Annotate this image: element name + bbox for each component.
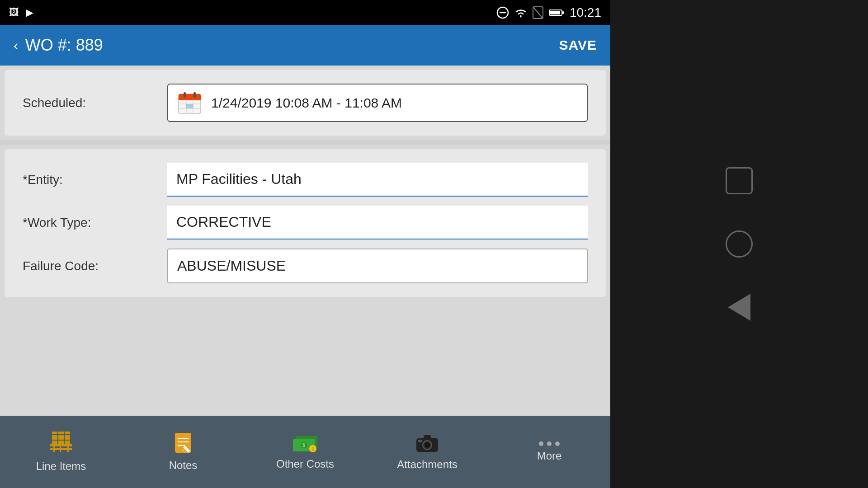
tab-other-costs[interactable]: $ $ $ Other Costs (244, 429, 366, 475)
svg-rect-50 (418, 440, 422, 442)
tab-line-items-label: Line Items (36, 460, 86, 473)
status-bar-right-icons: 10:21 (496, 5, 601, 20)
money-icon: $ $ $ (292, 433, 318, 454)
tab-notes-label: Notes (169, 459, 198, 472)
more-icon (539, 441, 560, 446)
notes-icon (172, 432, 194, 455)
svg-rect-24 (65, 435, 70, 440)
work-type-value: CORRECTIVE (176, 214, 271, 230)
svg-rect-6 (562, 11, 564, 14)
scheduled-date-value: 1/24/2019 10:08 AM - 11:08 AM (211, 95, 402, 111)
entity-section: *Entity: MP Facilities - Utah *Work Type… (5, 149, 606, 297)
status-bar-left-icons: 🖼 ▶ (9, 7, 33, 19)
svg-text:$: $ (302, 442, 306, 449)
failure-code-value: ABUSE/MISUSE (177, 258, 286, 274)
svg-rect-9 (179, 98, 201, 100)
camera-svg-icon (415, 433, 439, 453)
scheduled-section: Scheduled: (5, 70, 606, 136)
status-bar: 🖼 ▶ (0, 0, 610, 25)
failure-code-row: Failure Code: ABUSE/MISUSE (23, 249, 588, 283)
save-button[interactable]: SAVE (559, 38, 597, 53)
svg-point-48 (426, 444, 429, 446)
main-content: Scheduled: (0, 66, 610, 416)
home-button[interactable] (726, 230, 753, 258)
bottom-tab-bar: Line Items Notes (0, 416, 610, 488)
entity-label: *Entity: (23, 173, 167, 187)
money-svg-icon: $ $ $ (292, 433, 318, 452)
work-type-input[interactable]: CORRECTIVE (167, 206, 588, 239)
camera-icon (415, 433, 439, 455)
svg-rect-16 (186, 104, 193, 108)
scheduled-row: Scheduled: (23, 84, 588, 122)
svg-rect-27 (65, 432, 70, 434)
svg-rect-23 (58, 435, 64, 440)
device-screen: 🖼 ▶ (0, 0, 610, 488)
top-nav-bar: ‹ WO #: 889 SAVE (0, 25, 610, 66)
scheduled-date-input[interactable]: 1/24/2019 10:08 AM - 11:08 AM (167, 84, 588, 122)
svg-rect-25 (52, 432, 57, 434)
svg-rect-26 (58, 432, 64, 434)
tab-notes[interactable]: Notes (122, 427, 244, 476)
svg-rect-29 (60, 446, 61, 452)
work-type-label: *Work Type: (23, 216, 167, 230)
tab-line-items[interactable]: Line Items (0, 427, 122, 477)
line-items-icon (50, 432, 72, 452)
tab-more[interactable]: More (488, 437, 610, 467)
svg-rect-30 (67, 446, 69, 452)
photo-icon: 🖼 (9, 7, 19, 19)
entity-row: *Entity: MP Facilities - Utah (23, 163, 588, 197)
svg-rect-22 (52, 435, 57, 440)
wifi-icon (514, 8, 527, 18)
dnd-icon (496, 6, 509, 19)
svg-rect-49 (424, 435, 431, 439)
device-nav-buttons (610, 0, 868, 488)
warehouse-icon (50, 432, 72, 456)
battery-icon (549, 9, 564, 17)
failure-code-input[interactable]: ABUSE/MISUSE (167, 249, 588, 283)
play-icon: ▶ (26, 7, 33, 19)
svg-rect-28 (53, 446, 55, 452)
calendar-icon (177, 90, 202, 115)
svg-line-3 (533, 7, 542, 18)
status-time: 10:21 (570, 5, 601, 20)
recent-apps-button[interactable] (726, 167, 753, 194)
svg-rect-20 (58, 441, 64, 445)
svg-rect-5 (550, 11, 560, 14)
svg-text:$: $ (311, 446, 314, 452)
tab-attachments-label: Attachments (397, 458, 457, 471)
scheduled-label: Scheduled: (23, 96, 167, 110)
work-type-row: *Work Type: CORRECTIVE (23, 206, 588, 239)
failure-code-label: Failure Code: (23, 259, 167, 273)
svg-rect-19 (52, 441, 57, 445)
section-divider-1 (0, 140, 610, 145)
back-button[interactable] (728, 294, 750, 321)
tab-more-label: More (537, 450, 562, 462)
svg-rect-21 (65, 441, 70, 445)
back-chevron-icon[interactable]: ‹ (14, 37, 19, 54)
tab-attachments[interactable]: Attachments (366, 428, 488, 475)
nav-back-area[interactable]: ‹ WO #: 889 (14, 36, 103, 55)
svg-rect-10 (184, 92, 186, 98)
page-title: WO #: 889 (25, 36, 103, 55)
svg-rect-11 (193, 92, 196, 98)
entity-input[interactable]: MP Facilities - Utah (167, 163, 588, 197)
entity-value: MP Facilities - Utah (176, 171, 302, 188)
notes-svg-icon (172, 432, 194, 454)
tab-other-costs-label: Other Costs (276, 458, 334, 470)
sim-icon (533, 6, 543, 19)
